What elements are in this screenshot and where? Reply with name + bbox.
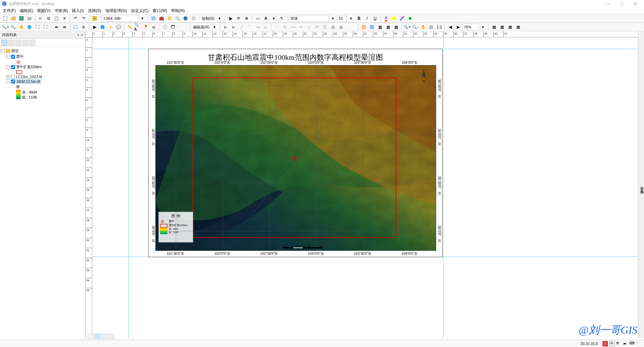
italic-button[interactable]: I (363, 15, 371, 22)
data-driven-pages-button[interactable]: ▦ (514, 23, 522, 31)
menu-customize[interactable]: 自定义(C) (131, 8, 149, 14)
zoom-to-button[interactable]: ⊕ (243, 15, 250, 22)
data-frame[interactable]: N 图 例 震中 震中扩展100km 高 : 4904低 : 1186 12.5… (155, 65, 436, 251)
expander-layer-0[interactable]: − (6, 55, 10, 59)
menu-window[interactable]: 窗口(W) (153, 8, 167, 14)
new-button[interactable] (2, 15, 9, 22)
layout-zoom-100[interactable]: 1:1 (435, 23, 443, 31)
menu-help[interactable]: 帮助(H) (171, 8, 185, 14)
fixed-zoom-out-button[interactable]: ⛶ (42, 23, 49, 31)
next-extent-button[interactable]: ➡ (61, 23, 68, 31)
map-title[interactable]: 甘肃积石山地震震中100km范围内数字高程模型晕渲图 (149, 52, 442, 62)
layout-view[interactable]: 0123456789101112131415161718192021222324… (86, 31, 638, 338)
rectangle-tool[interactable]: ▭ (254, 15, 261, 22)
full-extent-button[interactable] (26, 23, 33, 31)
guide-right[interactable] (443, 37, 443, 338)
create-viewer-button[interactable]: 🗔 (169, 23, 176, 31)
expander-layer-1[interactable]: − (6, 65, 10, 69)
layer-checkbox-2[interactable] (11, 75, 15, 79)
expander-root[interactable]: − (1, 49, 5, 53)
change-layout-button[interactable]: ▦ (506, 23, 514, 31)
editor-toolbar-button[interactable] (150, 15, 157, 22)
rotate-tool[interactable]: ⟳ (313, 23, 320, 31)
zoom-out-button[interactable]: 🔍- (10, 23, 17, 31)
select-element-button[interactable]: ▶ (227, 15, 234, 22)
toc-options[interactable] (29, 40, 35, 46)
layer-checkbox-1[interactable] (11, 65, 15, 69)
layer-checkbox-0[interactable] (11, 55, 15, 59)
add-data-button[interactable]: + (91, 15, 98, 22)
sketch-properties-button[interactable]: ▦ (329, 23, 337, 31)
fontsize-input[interactable] (337, 15, 347, 22)
edit-vertices-button[interactable]: ✎ (278, 15, 285, 22)
toc-list-by-visibility[interactable] (15, 40, 21, 46)
prev-extent-button[interactable]: ⬅ (53, 23, 60, 31)
find-button[interactable]: 🔍A (134, 23, 141, 31)
ime-btn-3[interactable]: ⌨ (629, 341, 635, 346)
menu-edit[interactable]: 编辑(E) (20, 8, 33, 14)
print-button[interactable] (26, 15, 33, 22)
rotate-button[interactable]: ⟳ (235, 15, 242, 22)
fontsize-dropdown[interactable]: ▾ (347, 15, 355, 22)
marker-color-button[interactable] (406, 15, 414, 22)
python-button[interactable] (182, 15, 189, 22)
callout-tool[interactable]: ▾ (270, 15, 277, 22)
cut-polygons-tool[interactable]: ✂ (297, 23, 304, 31)
north-arrow[interactable]: N (418, 69, 429, 84)
pointer-button[interactable]: ▶ (91, 23, 98, 31)
menu-file[interactable]: 文件(F) (3, 8, 16, 14)
toc-close-button[interactable]: ✕ (81, 33, 83, 37)
layout-zoom-out[interactable]: 🔍- (411, 23, 419, 31)
create-features-button[interactable]: ▦ (337, 23, 345, 31)
delete-button[interactable]: ✕ (61, 15, 68, 22)
arc-segment[interactable]: ⌒ (246, 23, 253, 31)
redo-button[interactable]: ↷ (80, 15, 87, 22)
layout-prev[interactable]: ◀ (446, 23, 454, 31)
bold-button[interactable]: B (355, 15, 363, 22)
hyperlink-button[interactable]: ⚡ (107, 23, 114, 31)
fixed-zoom-in-button[interactable]: ⛶ (34, 23, 41, 31)
ime-btn-2[interactable]: ☁ (623, 341, 628, 346)
underline-button[interactable]: U (371, 15, 379, 22)
refresh-view-button[interactable] (102, 334, 108, 339)
georef-button-1[interactable] (360, 23, 368, 31)
time-slider-button[interactable]: 🕐 (161, 23, 168, 31)
measure-button[interactable]: 📏 (126, 23, 133, 31)
expander-layer-2[interactable]: + (6, 75, 10, 79)
identify-button[interactable]: i (99, 23, 106, 31)
line-color-button[interactable] (398, 15, 406, 22)
menu-bookmarks[interactable]: 书签(B) (54, 8, 68, 14)
zoom-in-button[interactable]: 🔍+ (2, 23, 9, 31)
layer-checkbox-3[interactable] (11, 79, 15, 83)
reshape-tool[interactable]: ⟿ (289, 23, 296, 31)
open-button[interactable] (10, 15, 17, 22)
menu-geoprocessing[interactable]: 地理处理(G) (105, 8, 127, 14)
split-tool[interactable]: ⟊ (305, 23, 312, 31)
clear-selection-button[interactable]: ⊘ (80, 23, 87, 31)
toc-list-by-drawing-order[interactable] (1, 40, 7, 46)
toc-list-by-source[interactable] (8, 40, 14, 46)
ime-btn-4[interactable]: ⋮ (636, 341, 641, 346)
layout-canvas[interactable]: 甘肃积石山地震震中100km范围内数字高程模型晕渲图 (92, 37, 638, 338)
search-button[interactable]: 🔍 (174, 15, 181, 22)
attributes-button[interactable]: ☰ (321, 23, 329, 31)
close-button[interactable]: ✕ (629, 1, 642, 6)
scale-dropdown[interactable]: ▾ (139, 15, 146, 22)
cut-button[interactable]: ✂ (37, 15, 44, 22)
ime-brand-icon[interactable]: S (603, 341, 608, 346)
modelbuilder-button[interactable]: ⬡ (190, 15, 197, 22)
right-dock[interactable]: 目录 搜索 (638, 31, 644, 338)
edit-tool[interactable]: ▶ (222, 23, 229, 31)
text-tool[interactable]: A (262, 15, 269, 22)
layout-view-tab[interactable] (95, 334, 101, 339)
pan-button[interactable]: ✋ (18, 23, 25, 31)
toggle-draft-button[interactable]: ▦ (490, 23, 498, 31)
copy-button[interactable]: ⧉ (45, 15, 52, 22)
font-dropdown[interactable]: ▾ (329, 15, 337, 22)
georef-button-3[interactable]: ▦ (376, 23, 384, 31)
minimize-button[interactable]: — (602, 1, 615, 6)
focus-data-frame-button[interactable]: ▦ (498, 23, 506, 31)
toolbox-button[interactable]: 🧰 (158, 15, 165, 22)
georef-button-4[interactable]: ▦ (384, 23, 392, 31)
layer-label-1[interactable]: 震中扩展100km (16, 64, 42, 69)
